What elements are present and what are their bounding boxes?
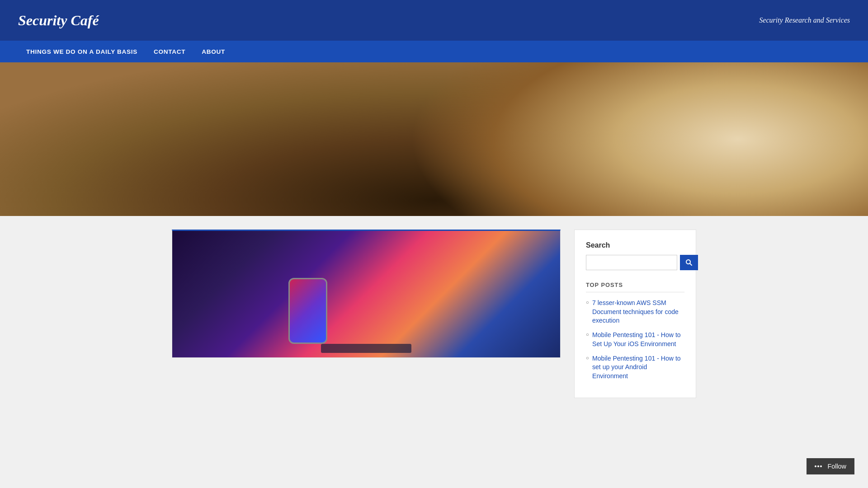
top-post-link-0[interactable]: 7 lesser-known AWS SSM Document techniqu… bbox=[592, 299, 679, 324]
nav-item-about[interactable]: ABOUT bbox=[193, 42, 233, 61]
nav-item-things[interactable]: THINGS WE DO ON A DAILY BASIS bbox=[18, 42, 146, 61]
content-area: Search TOP POSTS 7 lesser-known AWS SSM … bbox=[163, 216, 705, 412]
list-item: 7 lesser-known AWS SSM Document techniqu… bbox=[586, 299, 684, 325]
nav-item-contact[interactable]: CONTACT bbox=[146, 42, 193, 61]
site-header: Security Café Security Research and Serv… bbox=[0, 0, 868, 41]
list-item: Mobile Pentesting 101 - How to set up yo… bbox=[586, 354, 684, 381]
site-tagline: Security Research and Services bbox=[759, 16, 850, 24]
top-posts-list: 7 lesser-known AWS SSM Document techniqu… bbox=[586, 299, 684, 381]
hero-banner bbox=[0, 62, 868, 216]
top-post-link-1[interactable]: Mobile Pentesting 101 - How to Set Up Yo… bbox=[592, 331, 681, 347]
list-item: Mobile Pentesting 101 - How to Set Up Yo… bbox=[586, 331, 684, 348]
search-input[interactable] bbox=[586, 255, 677, 270]
post-featured-image bbox=[172, 231, 560, 357]
search-label: Search bbox=[586, 241, 684, 249]
post-image-container bbox=[172, 231, 560, 357]
search-form bbox=[586, 255, 684, 270]
post-card bbox=[172, 230, 561, 358]
sidebar: Search TOP POSTS 7 lesser-known AWS SSM … bbox=[574, 230, 696, 398]
hero-image bbox=[0, 62, 868, 216]
top-post-link-2[interactable]: Mobile Pentesting 101 - How to set up yo… bbox=[592, 355, 681, 380]
main-content bbox=[172, 230, 561, 398]
search-icon bbox=[685, 259, 693, 266]
site-title[interactable]: Security Café bbox=[18, 12, 99, 29]
svg-line-1 bbox=[690, 263, 692, 265]
sidebar-widget: Search TOP POSTS 7 lesser-known AWS SSM … bbox=[574, 230, 696, 398]
main-nav: THINGS WE DO ON A DAILY BASIS CONTACT AB… bbox=[0, 41, 868, 62]
top-posts-heading: TOP POSTS bbox=[586, 282, 684, 292]
search-button[interactable] bbox=[680, 255, 698, 270]
